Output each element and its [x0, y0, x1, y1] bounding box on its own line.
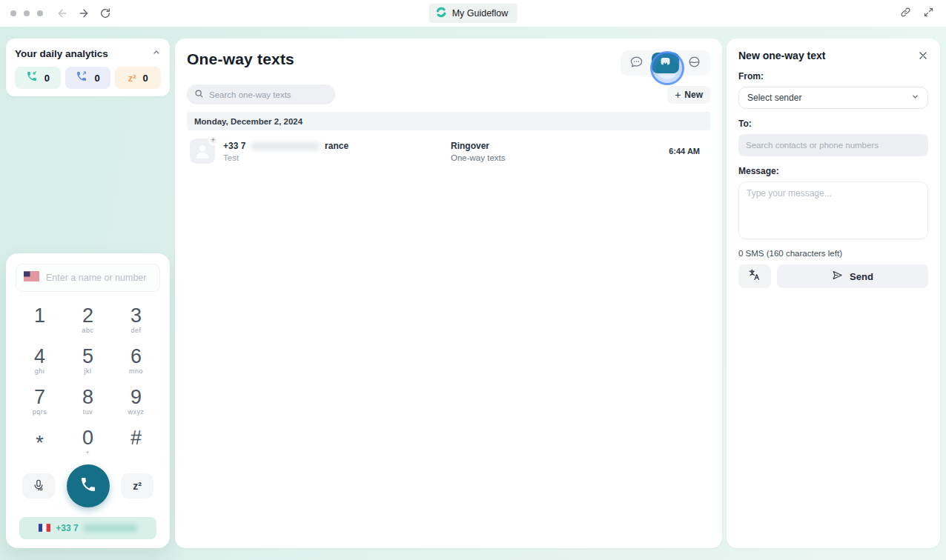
sms-counter: 0 SMS (160 characters left) [738, 249, 928, 258]
one-way-text-icon [658, 55, 672, 72]
active-line-selector[interactable]: +33 7 [19, 517, 156, 539]
key-9[interactable]: 9wxyz [112, 386, 160, 419]
browser-chrome: My Guideflow [0, 0, 946, 27]
close-icon[interactable] [918, 50, 928, 61]
send-button[interactable]: Send [777, 264, 928, 288]
texts-search-input[interactable] [209, 90, 328, 99]
microphone-button[interactable] [22, 473, 55, 499]
person-icon [193, 141, 212, 164]
to-label: To: [738, 119, 928, 129]
incoming-call-icon [26, 70, 38, 85]
key-hash[interactable]: # [112, 427, 160, 460]
compose-title: New one-way text [738, 50, 825, 61]
message-country-suffix: rance [325, 141, 348, 151]
key-4[interactable]: 4ghi [16, 345, 64, 379]
message-type-switcher [621, 50, 710, 76]
add-contact-badge-icon[interactable]: + [208, 136, 218, 145]
france-flag-icon [39, 521, 50, 535]
key-6[interactable]: 6mno [112, 345, 160, 379]
sender-select[interactable]: Select sender [738, 87, 928, 109]
date-header: Monday, December 2, 2024 [187, 112, 710, 130]
conversations-tab[interactable] [623, 53, 650, 73]
call-button[interactable] [67, 464, 110, 507]
outgoing-calls-count: 0 [94, 73, 99, 84]
plus-icon: + [675, 90, 681, 100]
texts-search-field[interactable] [187, 84, 335, 104]
key-1[interactable]: 1 [16, 304, 64, 338]
outgoing-call-icon [76, 70, 87, 85]
key-star[interactable]: * [16, 427, 64, 460]
guideflow-logo-icon [436, 7, 447, 20]
dial-pad: 1 2abc 3def 4ghi 5jkl 6mno 7pqrs 8tuv 9w… [16, 304, 160, 460]
chat-bubble-icon [629, 55, 644, 72]
outgoing-calls-stat: 0 [65, 67, 111, 89]
one-way-texts-panel: One-way texts + New [175, 39, 722, 548]
share-link-icon[interactable] [900, 7, 911, 21]
refresh-icon[interactable] [99, 7, 111, 19]
collapse-chevron-icon[interactable] [152, 47, 161, 60]
new-text-button[interactable]: + New [667, 86, 710, 104]
key-2[interactable]: 2abc [64, 304, 112, 338]
dialer-search-field[interactable] [16, 264, 160, 292]
analytics-title: Your daily analytics [15, 48, 108, 59]
browser-tab[interactable]: My Guideflow [429, 4, 517, 23]
campaigns-tab[interactable] [681, 53, 708, 73]
phone-icon [79, 476, 97, 496]
message-category: One-way texts [451, 153, 661, 162]
snoozed-calls-stat: z² 0 [115, 67, 161, 89]
us-flag-icon[interactable] [24, 271, 39, 284]
dialer-card: 1 2abc 3def 4ghi 5jkl 6mno 7pqrs 8tuv 9w… [6, 253, 170, 548]
workspace-background: Your daily analytics 0 0 z² 0 1 2ab [0, 27, 946, 560]
back-icon[interactable] [56, 7, 68, 19]
message-time: 6:44 AM [669, 147, 707, 156]
chevron-down-icon [911, 93, 919, 103]
search-icon [194, 88, 204, 101]
new-one-way-text-panel: New one-way text From: Select sender To:… [727, 39, 940, 548]
message-textarea[interactable] [738, 181, 928, 239]
key-5[interactable]: 5jkl [64, 345, 112, 379]
window-controls [10, 10, 43, 16]
fullscreen-icon[interactable] [923, 7, 934, 21]
redacted-phone-number [84, 524, 137, 532]
message-sender: Ringover [451, 141, 661, 151]
incoming-calls-count: 0 [44, 73, 50, 84]
page-title: One-way texts [187, 50, 294, 68]
from-label: From: [738, 71, 928, 81]
message-label: Message: [738, 166, 928, 176]
snooze-button[interactable]: z² [121, 473, 153, 499]
key-0[interactable]: 0+ [64, 427, 112, 460]
key-3[interactable]: 3def [112, 304, 160, 338]
forward-icon[interactable] [78, 7, 90, 19]
snooze-icon: z² [133, 480, 142, 492]
daily-analytics-card: Your daily analytics 0 0 z² 0 [6, 39, 170, 96]
one-way-texts-tab[interactable] [652, 53, 679, 73]
translate-icon [748, 268, 761, 284]
translate-button[interactable] [738, 264, 771, 288]
new-button-label: New [684, 90, 703, 100]
key-7[interactable]: 7pqrs [16, 386, 64, 419]
key-8[interactable]: 8tuv [64, 386, 112, 419]
snoozed-calls-count: 0 [142, 73, 148, 84]
tab-title: My Guideflow [452, 8, 509, 19]
microphone-icon [32, 479, 45, 494]
dialer-search-input[interactable] [46, 273, 152, 283]
line-number-prefix: +33 7 [56, 523, 78, 533]
message-number-prefix: +33 7 [223, 141, 245, 151]
send-button-label: Send [850, 271, 873, 282]
message-list-item[interactable]: + +33 7 rance Test Ringover One-way text… [187, 130, 710, 172]
incoming-calls-stat: 0 [15, 67, 61, 89]
recipient-input[interactable] [738, 134, 928, 156]
sender-select-value: Select sender [747, 93, 801, 103]
snooze-icon: z² [128, 73, 136, 84]
campaigns-icon [687, 55, 701, 72]
send-plane-icon [832, 270, 843, 283]
redacted-number [251, 142, 320, 150]
message-preview: Test [223, 153, 443, 162]
